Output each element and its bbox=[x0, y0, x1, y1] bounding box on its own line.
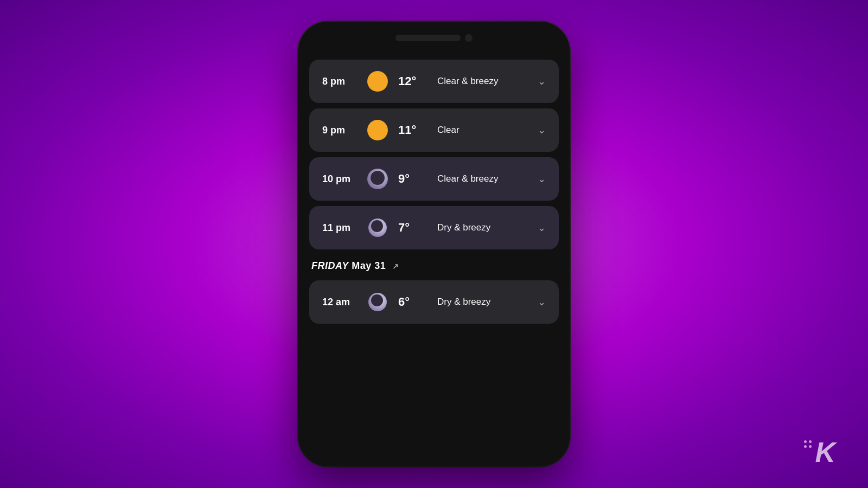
sun-icon-9pm bbox=[367, 120, 388, 140]
phone-wrapper: 8 pm 12° Clear & breezy ⌄ 9 pm 11° Clear… bbox=[298, 22, 570, 466]
weather-row-9pm[interactable]: 9 pm 11° Clear ⌄ bbox=[309, 108, 559, 152]
chevron-icon-12am: ⌄ bbox=[538, 296, 546, 308]
weather-row-10pm[interactable]: 10 pm 9° Clear & breezy ⌄ bbox=[309, 157, 559, 201]
weather-icon-9pm bbox=[366, 118, 390, 142]
watermark-dots bbox=[804, 440, 812, 448]
weather-row-11pm[interactable]: 11 pm 7° Dry & breezy ⌄ bbox=[309, 206, 559, 249]
time-label-8pm: 8 pm bbox=[322, 76, 366, 87]
sun-icon-8pm bbox=[367, 71, 388, 92]
watermark-letter: K bbox=[815, 438, 835, 466]
phone-content: 8 pm 12° Clear & breezy ⌄ 9 pm 11° Clear… bbox=[298, 54, 570, 466]
watermark-dot-3 bbox=[804, 445, 807, 448]
camera-dot bbox=[465, 34, 473, 42]
weather-icon-8pm bbox=[366, 69, 390, 93]
condition-label-8pm: Clear & breezy bbox=[437, 76, 538, 87]
condition-label-11pm: Dry & breezy bbox=[437, 222, 538, 233]
date-value: May 31 bbox=[352, 260, 386, 271]
weather-row-12am[interactable]: 12 am 6° Dry & breezy ⌄ bbox=[309, 280, 559, 324]
moon-icon-10pm bbox=[367, 169, 388, 189]
watermark: K bbox=[804, 438, 835, 466]
condition-label-9pm: Clear bbox=[437, 125, 538, 136]
time-label-10pm: 10 pm bbox=[322, 174, 366, 185]
temp-label-8pm: 12° bbox=[398, 74, 431, 88]
temp-label-12am: 6° bbox=[398, 295, 431, 309]
section-day-label: FRIDAY May 31 ↗ bbox=[311, 260, 557, 272]
temp-label-10pm: 9° bbox=[398, 172, 431, 186]
watermark-dot-4 bbox=[809, 445, 812, 448]
section-header: FRIDAY May 31 ↗ bbox=[309, 255, 559, 275]
chevron-icon-8pm: ⌄ bbox=[538, 75, 546, 87]
temp-label-11pm: 7° bbox=[398, 221, 431, 235]
weather-icon-10pm bbox=[366, 167, 390, 191]
pill-notch bbox=[395, 35, 461, 41]
chevron-icon-11pm: ⌄ bbox=[538, 222, 546, 234]
watermark-dot-2 bbox=[809, 440, 812, 443]
time-label-11pm: 11 pm bbox=[322, 222, 366, 234]
condition-label-12am: Dry & breezy bbox=[437, 297, 538, 307]
phone-top-bar bbox=[298, 22, 570, 54]
temp-label-9pm: 11° bbox=[398, 123, 431, 137]
expand-icon[interactable]: ↗ bbox=[392, 262, 399, 271]
chevron-icon-10pm: ⌄ bbox=[538, 173, 546, 185]
watermark-dot-1 bbox=[804, 440, 807, 443]
weather-row-8pm[interactable]: 8 pm 12° Clear & breezy ⌄ bbox=[309, 60, 559, 103]
weather-icon-11pm bbox=[366, 216, 390, 240]
moon-icon-12am bbox=[368, 293, 387, 311]
chevron-icon-9pm: ⌄ bbox=[538, 124, 546, 136]
time-label-12am: 12 am bbox=[322, 297, 366, 308]
phone-body: 8 pm 12° Clear & breezy ⌄ 9 pm 11° Clear… bbox=[298, 22, 570, 466]
time-label-9pm: 9 pm bbox=[322, 125, 366, 136]
weather-icon-12am bbox=[366, 290, 390, 314]
moon-icon-11pm bbox=[368, 219, 387, 237]
phone-notch-area bbox=[395, 34, 473, 42]
condition-label-10pm: Clear & breezy bbox=[437, 174, 538, 184]
day-name: FRIDAY bbox=[311, 260, 349, 271]
